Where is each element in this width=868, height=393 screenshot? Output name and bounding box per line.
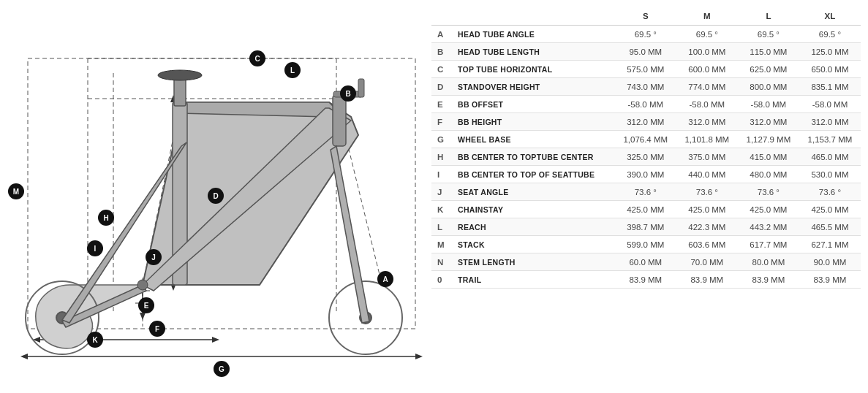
row-m: 1,101.8 MM (676, 131, 738, 148)
row-id: N (431, 253, 452, 271)
table-row: 0 TRAIL 83.9 MM 83.9 MM 83.9 MM 83.9 MM (431, 271, 861, 289)
col-s: S (615, 7, 676, 26)
row-id: C (431, 61, 452, 78)
svg-text:C: C (254, 55, 260, 63)
svg-text:B: B (345, 90, 350, 98)
row-s: 743.0 MM (615, 78, 676, 96)
row-m: 312.0 MM (676, 113, 738, 131)
svg-point-33 (137, 280, 148, 290)
row-id: G (431, 131, 452, 148)
row-label: HEAD TUBE LENGTH (452, 43, 615, 61)
row-xl: 627.1 MM (799, 236, 861, 253)
row-id: K (431, 201, 452, 218)
row-m: 603.6 MM (676, 236, 738, 253)
row-s: 95.0 MM (615, 43, 676, 61)
geometry-table-panel: S M L XL A HEAD TUBE ANGLE 69.5 ° 69.5 °… (431, 0, 868, 393)
row-l: -58.0 MM (738, 96, 799, 113)
svg-marker-12 (20, 354, 28, 359)
row-m: 73.6 ° (676, 183, 738, 201)
row-m: 600.0 MM (676, 61, 738, 78)
row-id: H (431, 148, 452, 166)
row-s: 83.9 MM (615, 271, 676, 289)
row-s: 69.5 ° (615, 26, 676, 43)
row-id: E (431, 96, 452, 113)
row-label: WHEEL BASE (452, 131, 615, 148)
row-label: CHAINSTAY (452, 201, 615, 218)
col-l: L (738, 7, 799, 26)
row-l: 1,127.9 MM (738, 131, 799, 148)
row-s: 325.0 MM (615, 148, 676, 166)
row-m: 100.0 MM (676, 43, 738, 61)
row-label: TOP TUBE HORIZONTAL (452, 61, 615, 78)
row-xl: 465.5 MM (799, 218, 861, 236)
row-l: 800.0 MM (738, 78, 799, 96)
table-row: M STACK 599.0 MM 603.6 MM 617.7 MM 627.1… (431, 236, 861, 253)
table-row: B HEAD TUBE LENGTH 95.0 MM 100.0 MM 115.… (431, 43, 861, 61)
row-xl: 465.0 MM (799, 148, 861, 166)
row-xl: 90.0 MM (799, 253, 861, 271)
geometry-table: S M L XL A HEAD TUBE ANGLE 69.5 ° 69.5 °… (431, 7, 861, 289)
row-xl: 312.0 MM (799, 113, 861, 131)
row-label: BB HEIGHT (452, 113, 615, 131)
svg-text:J: J (151, 253, 156, 262)
row-l: 415.0 MM (738, 148, 799, 166)
svg-marker-19 (140, 313, 146, 320)
svg-text:M: M (13, 188, 19, 196)
row-m: 70.0 MM (676, 253, 738, 271)
row-m: 375.0 MM (676, 148, 738, 166)
row-m: 83.9 MM (676, 271, 738, 289)
svg-text:E: E (144, 302, 149, 310)
row-l: 443.2 MM (738, 218, 799, 236)
col-xl: XL (799, 7, 861, 26)
row-id: D (431, 78, 452, 96)
row-s: 73.6 ° (615, 183, 676, 201)
table-row: N STEM LENGTH 60.0 MM 70.0 MM 80.0 MM 90… (431, 253, 861, 271)
row-m: 440.0 MM (676, 166, 738, 183)
row-s: 398.7 MM (615, 218, 676, 236)
row-label: BB OFFSET (452, 96, 615, 113)
table-row: C TOP TUBE HORIZONTAL 575.0 MM 600.0 MM … (431, 61, 861, 78)
row-l: 115.0 MM (738, 43, 799, 61)
row-m: 425.0 MM (676, 201, 738, 218)
row-id: J (431, 183, 452, 201)
svg-rect-29 (174, 77, 186, 106)
row-id: B (431, 43, 452, 61)
row-id: F (431, 113, 452, 131)
row-xl: 73.6 ° (799, 183, 861, 201)
bike-diagram-panel: A B C D E F G H I J K L M (0, 0, 431, 393)
row-id: A (431, 26, 452, 43)
svg-point-30 (158, 70, 202, 80)
svg-rect-28 (333, 95, 346, 146)
svg-rect-32 (358, 79, 364, 97)
row-m: -58.0 MM (676, 96, 738, 113)
row-xl: -58.0 MM (799, 96, 861, 113)
row-m: 774.0 MM (676, 78, 738, 96)
row-xl: 425.0 MM (799, 201, 861, 218)
row-l: 73.6 ° (738, 183, 799, 201)
row-label: SEAT ANGLE (452, 183, 615, 201)
row-l: 312.0 MM (738, 113, 799, 131)
row-s: 390.0 MM (615, 166, 676, 183)
table-row: A HEAD TUBE ANGLE 69.5 ° 69.5 ° 69.5 ° 6… (431, 26, 861, 43)
row-l: 625.0 MM (738, 61, 799, 78)
svg-text:F: F (155, 325, 159, 333)
row-label: TRAIL (452, 271, 615, 289)
row-label: STEM LENGTH (452, 253, 615, 271)
row-label: BB CENTER TO TOPTUBE CENTER (452, 148, 615, 166)
row-id: L (431, 218, 452, 236)
table-row: D STANDOVER HEIGHT 743.0 MM 774.0 MM 800… (431, 78, 861, 96)
row-l: 80.0 MM (738, 253, 799, 271)
row-label: HEAD TUBE ANGLE (452, 26, 615, 43)
svg-text:G: G (219, 365, 224, 373)
row-l: 69.5 ° (738, 26, 799, 43)
svg-text:L: L (290, 66, 295, 75)
row-label: REACH (452, 218, 615, 236)
row-m: 422.3 MM (676, 218, 738, 236)
row-s: 312.0 MM (615, 113, 676, 131)
table-row: E BB OFFSET -58.0 MM -58.0 MM -58.0 MM -… (431, 96, 861, 113)
row-xl: 530.0 MM (799, 166, 861, 183)
row-l: 617.7 MM (738, 236, 799, 253)
row-label: STACK (452, 236, 615, 253)
row-xl: 69.5 ° (799, 26, 861, 43)
table-header-row: S M L XL (431, 7, 861, 26)
